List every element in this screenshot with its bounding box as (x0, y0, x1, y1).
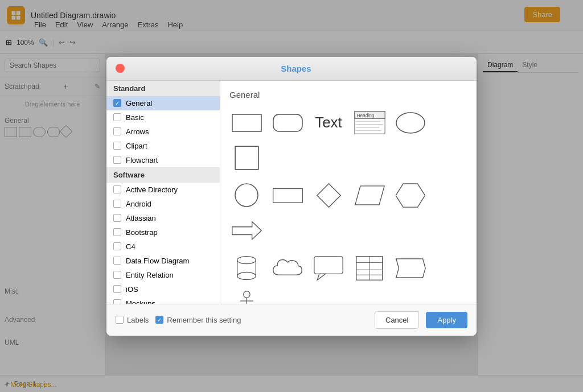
svg-point-15 (235, 184, 258, 207)
preview-row-1: Text Heading (229, 109, 467, 172)
svg-point-33 (243, 291, 249, 298)
modal-close-button[interactable] (116, 64, 125, 73)
preview-table (352, 254, 387, 283)
preview-arrow-right (229, 217, 264, 245)
labels-label: Labels (127, 316, 149, 324)
checkbox-mockups[interactable] (113, 299, 121, 304)
svg-rect-4 (232, 114, 261, 131)
remember-group: Remember this setting (155, 316, 241, 324)
checkbox-bootstrap[interactable] (113, 228, 121, 236)
label-basic: Basic (126, 113, 144, 122)
list-item-android[interactable]: Android (106, 197, 220, 211)
list-item-mockups[interactable]: Mockups (106, 296, 220, 304)
label-entity-relation: Entity Relation (126, 271, 174, 279)
list-item-bootstrap[interactable]: Bootstrap (106, 225, 220, 240)
checkbox-general[interactable] (113, 99, 121, 107)
checkbox-data-flow[interactable] (113, 257, 121, 265)
list-item-flowchart[interactable]: Flowchart (106, 153, 220, 167)
svg-rect-14 (235, 146, 258, 170)
list-item-entity-relation[interactable]: Entity Relation (106, 268, 220, 282)
svg-rect-25 (314, 257, 343, 274)
svg-marker-32 (396, 259, 425, 278)
checkbox-c4[interactable] (113, 242, 121, 250)
svg-marker-18 (355, 186, 384, 205)
label-general: General (126, 99, 152, 108)
preview-row-3 (229, 254, 467, 304)
list-item-atlassian[interactable]: Atlassian (106, 211, 220, 225)
preview-title: General (229, 90, 467, 100)
label-arrows: Arrows (126, 127, 149, 136)
preview-wide-rect (270, 181, 305, 210)
preview-diamond (311, 181, 346, 210)
modal-body: Standard General Basic Arrows (106, 81, 477, 304)
list-item-ios[interactable]: iOS (106, 282, 220, 296)
labels-group: Labels (116, 316, 149, 324)
svg-marker-26 (317, 274, 325, 280)
preview-callout (311, 254, 346, 283)
checkbox-atlassian[interactable] (113, 214, 121, 222)
label-c4: C4 (126, 242, 136, 251)
svg-marker-19 (396, 184, 425, 207)
checkbox-flowchart[interactable] (113, 156, 121, 164)
preview-cylinder (229, 254, 264, 283)
preview-row-2 (229, 181, 467, 245)
label-ios: iOS (126, 285, 138, 294)
modal-header: Shapes (106, 57, 477, 81)
preview-parallelogram (352, 181, 387, 210)
preview-rectangle (229, 109, 264, 137)
checkbox-basic[interactable] (113, 113, 121, 121)
shapes-modal: Shapes Standard General Basic (106, 57, 477, 336)
label-android: Android (126, 200, 151, 208)
label-mockups: Mockups (126, 299, 155, 304)
checkbox-arrows[interactable] (113, 127, 121, 135)
svg-marker-17 (317, 184, 340, 207)
standard-header: Standard (106, 81, 220, 96)
list-item-basic[interactable]: Basic (106, 110, 220, 125)
label-flowchart: Flowchart (126, 156, 158, 164)
text-label: Text (315, 114, 342, 131)
preview-proc-shape (393, 254, 428, 283)
list-item-general[interactable]: General (106, 96, 220, 110)
label-active-directory: Active Directory (126, 185, 178, 194)
preview-ellipse (393, 109, 428, 137)
list-item-active-directory[interactable]: Active Directory (106, 183, 220, 197)
cancel-button[interactable]: Cancel (375, 311, 419, 329)
label-clipart: Clipart (126, 142, 147, 150)
labels-checkbox[interactable] (116, 316, 124, 324)
svg-point-13 (396, 113, 425, 133)
svg-text:Heading: Heading (356, 113, 374, 118)
shapes-preview-panel: General Text (220, 81, 477, 304)
svg-marker-20 (232, 221, 261, 239)
label-atlassian: Atlassian (126, 214, 156, 222)
software-header: Software (106, 167, 220, 183)
preview-circle (229, 181, 264, 210)
checkbox-ios[interactable] (113, 285, 121, 293)
checkbox-active-directory[interactable] (113, 185, 121, 193)
preview-rounded-rect (270, 109, 305, 137)
list-item-c4[interactable]: C4 (106, 240, 220, 254)
list-item-data-flow[interactable]: Data Flow Diagram (106, 254, 220, 268)
preview-stickman (229, 290, 264, 304)
svg-rect-5 (273, 114, 302, 131)
checkbox-android[interactable] (113, 200, 121, 208)
modal-footer: Labels Remember this setting Cancel Appl… (106, 304, 477, 336)
preview-hexagon (393, 181, 428, 210)
checkbox-entity-relation[interactable] (113, 271, 121, 279)
apply-button[interactable]: Apply (426, 312, 467, 328)
svg-rect-16 (273, 188, 302, 203)
preview-square (229, 144, 264, 172)
preview-heading: Heading (352, 109, 387, 137)
list-item-arrows[interactable]: Arrows (106, 125, 220, 139)
preview-text: Text (311, 109, 346, 137)
modal-overlay: Shapes Standard General Basic (0, 0, 583, 392)
preview-cloud (270, 254, 305, 283)
svg-point-24 (237, 272, 256, 279)
svg-point-21 (237, 257, 256, 264)
shape-list-panel: Standard General Basic Arrows (106, 81, 220, 304)
modal-title: Shapes (125, 64, 467, 73)
label-data-flow: Data Flow Diagram (126, 257, 189, 265)
remember-checkbox[interactable] (155, 316, 163, 324)
list-item-clipart[interactable]: Clipart (106, 139, 220, 153)
checkbox-clipart[interactable] (113, 142, 121, 150)
label-bootstrap: Bootstrap (126, 228, 158, 237)
